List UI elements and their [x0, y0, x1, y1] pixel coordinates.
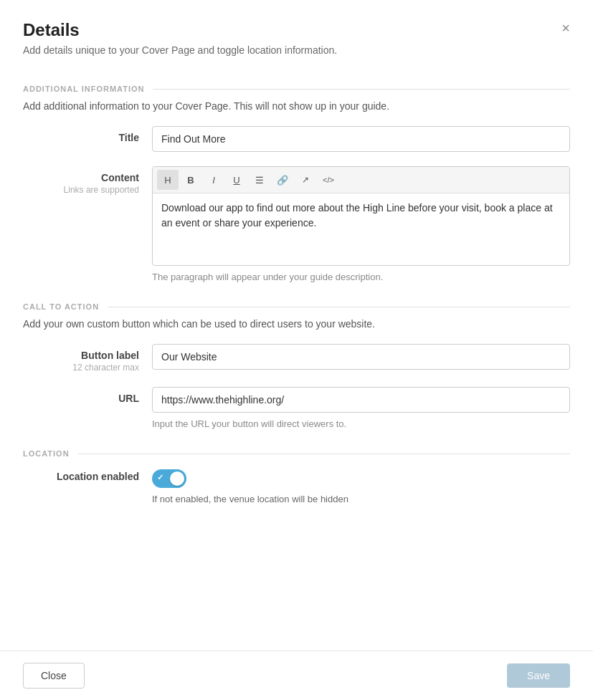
modal-title: Details: [23, 20, 570, 40]
editor-toolbar: H B I U ☰: [153, 167, 569, 193]
content-text[interactable]: Download our app to find out more about …: [153, 193, 569, 265]
content-control: H B I U ☰: [152, 166, 570, 282]
location-enabled-control: ✓ If not enabled, the venue location wil…: [152, 465, 570, 504]
modal-body: ADDITIONAL INFORMATION Add additional in…: [0, 64, 593, 622]
close-icon: ×: [561, 20, 570, 36]
underline-button[interactable]: U: [226, 170, 247, 190]
location-section: LOCATION Location enabled ✓: [23, 449, 570, 504]
call-to-action-description: Add your own custom button which can be …: [23, 318, 570, 330]
url-input[interactable]: [152, 387, 570, 413]
button-label-sub: 12 character max: [23, 363, 139, 373]
content-row: Content Links are supported H B: [23, 166, 570, 282]
url-control: Input the URL your button will direct vi…: [152, 387, 570, 429]
close-button[interactable]: Close: [23, 663, 85, 689]
list-button[interactable]: ☰: [249, 170, 270, 190]
modal-subtitle: Add details unique to your Cover Page an…: [23, 44, 570, 56]
section-divider: [153, 89, 570, 90]
content-label: Content Links are supported: [23, 166, 152, 195]
location-enabled-row: Location enabled ✓ If not enabled, the v…: [23, 465, 570, 504]
additional-information-header: ADDITIONAL INFORMATION: [23, 85, 570, 93]
heading-button[interactable]: H: [157, 170, 179, 190]
additional-information-description: Add additional information to your Cover…: [23, 100, 570, 112]
external-link-button[interactable]: ↗: [295, 170, 316, 190]
link-button[interactable]: 🔗: [272, 170, 293, 190]
location-toggle[interactable]: ✓: [152, 469, 186, 488]
title-input[interactable]: [152, 126, 570, 152]
button-label-control: [152, 344, 570, 370]
close-icon-button[interactable]: ×: [559, 17, 573, 39]
modal-header: Details Add details unique to your Cover…: [0, 0, 593, 64]
title-control: [152, 126, 570, 152]
bold-button[interactable]: B: [180, 170, 201, 190]
additional-information-section: ADDITIONAL INFORMATION Add additional in…: [23, 85, 570, 282]
location-enabled-label: Location enabled: [23, 465, 152, 482]
url-row: URL Input the URL your button will direc…: [23, 387, 570, 429]
section-divider-location: [78, 454, 570, 454]
call-to-action-section: CALL TO ACTION Add your own custom butto…: [23, 302, 570, 429]
additional-information-label: ADDITIONAL INFORMATION: [23, 85, 153, 93]
toggle-thumb: [170, 471, 184, 486]
title-label: Title: [23, 126, 152, 143]
button-label-label: Button label 12 character max: [23, 344, 152, 373]
call-to-action-header: CALL TO ACTION: [23, 302, 570, 311]
section-divider-cta: [108, 307, 570, 307]
save-button[interactable]: Save: [507, 663, 570, 688]
call-to-action-label: CALL TO ACTION: [23, 302, 108, 311]
details-modal: Details Add details unique to your Cover…: [0, 0, 593, 700]
toggle-container: ✓: [152, 465, 570, 488]
content-editor: H B I U ☰: [152, 166, 570, 266]
italic-button[interactable]: I: [203, 170, 224, 190]
content-hint: The paragraph will appear under your gui…: [152, 272, 570, 282]
check-icon: ✓: [157, 473, 163, 482]
modal-footer: Close Save: [0, 651, 593, 700]
button-label-row: Button label 12 character max: [23, 344, 570, 373]
location-header: LOCATION: [23, 449, 570, 458]
title-row: Title: [23, 126, 570, 152]
code-button[interactable]: </>: [318, 170, 339, 190]
location-label: LOCATION: [23, 449, 78, 458]
button-label-input[interactable]: [152, 344, 570, 370]
url-label: URL: [23, 387, 152, 404]
content-sublabel: Links are supported: [23, 185, 139, 195]
location-hint: If not enabled, the venue location will …: [152, 494, 570, 504]
url-hint: Input the URL your button will direct vi…: [152, 418, 570, 429]
